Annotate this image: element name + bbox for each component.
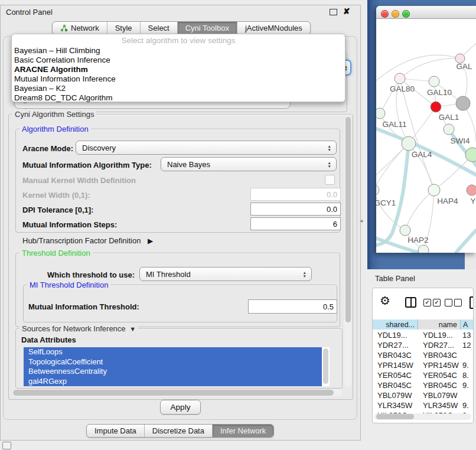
page-icon[interactable] [470, 296, 474, 309]
attribute-item[interactable]: TopologicalCoefficient [24, 357, 322, 367]
network-node-y[interactable] [467, 185, 476, 195]
zoom-traffic-light-icon[interactable] [402, 10, 410, 18]
table-row[interactable]: YPR145WYPR145W9. [373, 360, 474, 370]
tab-style[interactable]: Style [107, 22, 140, 34]
column-header[interactable]: name [418, 319, 461, 330]
network-edge [434, 155, 472, 190]
attribute-item[interactable]: SelfLoops [24, 347, 322, 357]
close-icon[interactable]: ✘ [343, 6, 350, 16]
algorithm-option[interactable]: Bayesian – Hill Climbing [12, 46, 345, 56]
column-header[interactable]: A [461, 319, 474, 330]
algorithm-option[interactable]: Bayesian – K2 [12, 84, 345, 93]
tab-select[interactable]: Select [140, 22, 177, 34]
tab-label: Style [115, 24, 132, 32]
table-cell: 12 [461, 340, 474, 350]
network-node-gal1[interactable] [431, 102, 441, 112]
network-node-hap2[interactable] [400, 225, 410, 236]
attribute-item[interactable]: gal4RGexp [24, 377, 322, 387]
tab-label: Cyni Toolbox [185, 24, 229, 32]
table-row[interactable]: YBR043CYBR043C [373, 350, 474, 360]
checked-box-icon[interactable]: ✓ [433, 299, 441, 306]
split-column-icon[interactable] [405, 297, 416, 308]
close-traffic-light-icon[interactable] [381, 10, 389, 18]
algorithm-option[interactable]: Dream8 DC_TDC Algorithm [12, 93, 345, 103]
table-cell: 9. [461, 400, 474, 410]
network-node-gcy1[interactable] [376, 185, 379, 195]
tab-infer-network[interactable]: Infer Network [212, 425, 273, 437]
settings-hscrollbar-thumb[interactable] [13, 390, 334, 396]
network-node[interactable] [465, 148, 476, 162]
network-node-label: SWI4 [450, 136, 470, 145]
network-node-label: GAL11 [382, 120, 406, 129]
table-hscrollbar-thumb[interactable] [376, 414, 414, 419]
expand-right-icon: ▶ [148, 237, 153, 245]
minimize-traffic-light-icon[interactable] [392, 10, 399, 18]
table-cell: YLR345W [418, 400, 461, 410]
mi-steps-label: Mutual Information Steps: [22, 220, 117, 229]
tab-discretize-data[interactable]: Discretize Data [144, 425, 212, 437]
table-row[interactable]: YDR27...YDR27...12 [373, 340, 474, 350]
network-node-gal10[interactable] [429, 76, 439, 87]
table-cell: YDR27... [418, 340, 461, 350]
panel-grip-icon[interactable] [2, 442, 11, 449]
table-cell: YLR345W [373, 400, 418, 410]
network-canvas[interactable]: GALGAL80GAL10GAL1GAL11SWI4GAL4GCY1HAP4YH… [376, 18, 476, 253]
tab-label: Network [71, 24, 99, 32]
manual-kernel-checkbox[interactable] [325, 175, 335, 185]
table-row[interactable]: YDL19...YDL19...13 [373, 330, 474, 340]
float-icon[interactable] [330, 9, 337, 15]
table-row[interactable]: YBR045CYBR045C9. [373, 380, 474, 390]
table-panel: ⚙ ✓ ✓ shared... name A YDL19...YDL19...1… [372, 288, 474, 423]
algorithm-option[interactable]: Basic Correlation Inference [12, 56, 345, 65]
hub-definition-expander[interactable]: Hub/Transcription Factor Definition ▶ [22, 236, 153, 245]
tab-impute-data[interactable]: Impute Data [87, 425, 144, 437]
gear-icon[interactable]: ⚙ [380, 295, 390, 306]
network-node-gal11[interactable] [376, 108, 385, 119]
network-window-titlebar[interactable] [376, 6, 476, 19]
network-node[interactable] [456, 96, 470, 110]
kernel-width-field[interactable]: 0.0 [250, 188, 341, 201]
mi-steps-field[interactable]: 6 [250, 217, 341, 230]
network-node-swi4[interactable] [444, 124, 454, 135]
table-row[interactable]: YBL079WYBL079W [373, 390, 474, 400]
table-row[interactable]: YER054CYER054C8. [373, 370, 474, 380]
unchecked-box-icon[interactable] [445, 299, 452, 306]
network-icon [60, 24, 68, 32]
algorithm-dropdown-prompt: Select algorithm to view settings [12, 36, 345, 46]
checked-box-icon[interactable]: ✓ [423, 299, 431, 306]
table-cell: YDL19... [418, 330, 461, 340]
which-threshold-select[interactable]: MI Threshold [139, 267, 312, 281]
attribute-item[interactable]: BetweennessCentrality [24, 367, 322, 377]
mi-type-select[interactable]: Naive Bayes [161, 157, 337, 171]
unchecked-box-icon[interactable] [454, 299, 462, 306]
split-divider-arrow-icon[interactable]: ◂ [360, 217, 363, 224]
network-node-hap4[interactable] [428, 184, 440, 196]
bottom-tabs: Impute DataDiscretize DataInfer Network [86, 424, 274, 438]
table-row[interactable]: YLR345WYLR345W9. [373, 400, 474, 410]
tab-network[interactable]: Network [53, 22, 107, 34]
aracne-mode-select[interactable]: Discovery [76, 141, 337, 155]
table-cell: YBR043C [418, 350, 461, 360]
algorithm-option[interactable]: ARACNE Algorithm [12, 65, 345, 74]
network-edge-thick [456, 230, 476, 253]
sources-title-toggle[interactable]: Sources for Network Inference ▼ [19, 324, 138, 333]
table-cell: YER054C [373, 370, 418, 380]
table-cell [461, 350, 474, 360]
attributes-scrollbar-thumb[interactable] [323, 348, 328, 384]
mi-threshold-field[interactable]: 0.5 [248, 299, 337, 314]
settings-vscrollbar-thumb[interactable] [345, 117, 351, 322]
network-node[interactable] [418, 245, 429, 253]
network-node-gal4[interactable] [402, 136, 416, 151]
algorithm-option[interactable]: Mutual Information Inference [12, 74, 345, 84]
apply-button[interactable]: Apply [160, 400, 201, 415]
tab-label: Select [148, 24, 169, 32]
dpi-tolerance-field[interactable]: 0.0 [250, 203, 341, 216]
tab-cyni-toolbox[interactable]: Cyni Toolbox [177, 22, 237, 34]
dpi-tolerance-label: DPI Tolerance [0,1]: [22, 206, 93, 214]
algorithm-dropdown: Select algorithm to view settings Bayesi… [11, 34, 345, 102]
tab-jactivemnodules[interactable]: jActiveMNodules [237, 22, 310, 34]
network-node-gal80[interactable] [395, 73, 405, 84]
network-node-label: GCY1 [376, 198, 396, 207]
table-cell: YBR043C [373, 350, 418, 360]
column-header[interactable]: shared... [373, 319, 418, 330]
